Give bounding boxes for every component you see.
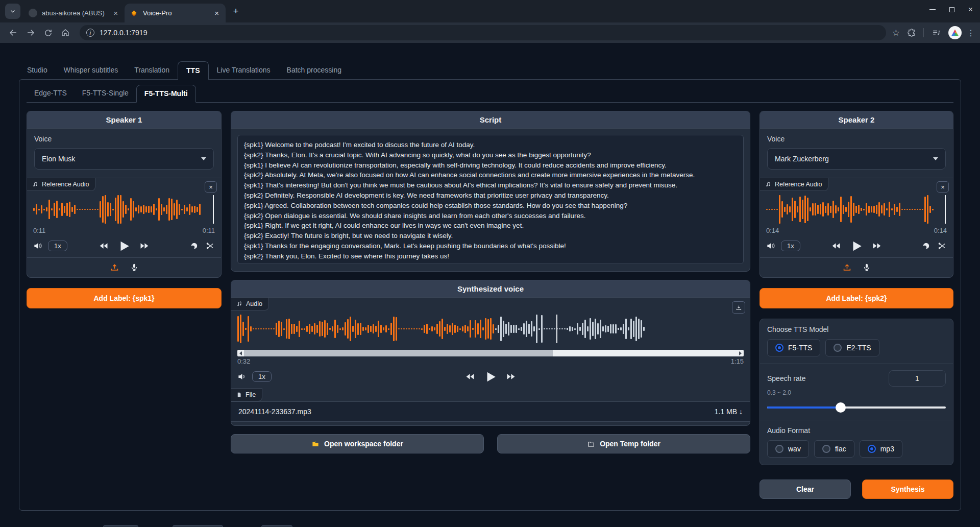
tab-close-icon[interactable]: ×: [213, 9, 220, 17]
tab-title: abus-aikorea (ABUS): [42, 9, 107, 17]
back-button[interactable]: [5, 25, 21, 41]
url-bar[interactable]: i 127.0.0.1:7919: [80, 25, 886, 40]
open-workspace-folder-button[interactable]: Open workspace folder: [231, 434, 484, 453]
add-label-spk1-button[interactable]: Add Label: {spk1}: [27, 288, 222, 308]
radio-e2-tts[interactable]: E2-TTS: [825, 339, 879, 356]
upload-icon[interactable]: [110, 262, 119, 272]
synthesized-voice-title: Synthesized voice: [231, 280, 750, 298]
site-info-icon[interactable]: i: [86, 29, 94, 37]
browser-tab-abus[interactable]: abus-aikorea (ABUS) ×: [23, 4, 125, 22]
waveform[interactable]: [766, 193, 947, 226]
microphone-icon[interactable]: [130, 262, 139, 272]
speaker1-voice-dropdown[interactable]: Elon Musk: [34, 148, 214, 170]
browser-tab-voice-pro[interactable]: Voice-Pro ×: [125, 4, 226, 22]
synthesized-voice-panel: Synthesized voice Audio: [231, 280, 750, 426]
waveform[interactable]: [33, 193, 215, 226]
tab-whisper-subtitles[interactable]: Whisper subtitles: [56, 61, 127, 79]
play-icon[interactable]: [850, 239, 863, 253]
speech-rate-input[interactable]: 1: [889, 370, 946, 387]
browser-menu-icon[interactable]: ⋮: [967, 28, 975, 38]
scroll-left-arrow[interactable]: [237, 350, 244, 356]
scrollbar-thumb[interactable]: [244, 350, 553, 356]
synthesized-waveform[interactable]: [237, 313, 744, 345]
rewind-icon[interactable]: [99, 241, 109, 251]
file-icon: [236, 392, 242, 398]
home-button[interactable]: [57, 25, 74, 41]
record-icon[interactable]: [189, 241, 199, 251]
clear-button[interactable]: Clear: [760, 480, 851, 499]
record-icon[interactable]: [921, 241, 931, 251]
playhead-cursor: [945, 195, 946, 224]
fast-forward-icon[interactable]: [871, 241, 882, 251]
add-label-spk2-button[interactable]: Add Label: {spk2}: [760, 288, 953, 308]
reference-audio-pill: Reference Audio: [27, 178, 95, 191]
main-tabs: Studio Whisper subtitles Translation TTS…: [19, 61, 961, 79]
speech-rate-slider[interactable]: [767, 402, 946, 413]
tab-f5-tts-multi[interactable]: F5-TTS-Multi: [136, 85, 196, 103]
volume-icon[interactable]: [33, 241, 43, 251]
download-icon: [736, 304, 742, 311]
media-controls-button[interactable]: [929, 25, 943, 41]
playhead-cursor: [213, 195, 214, 224]
clear-audio-button[interactable]: ×: [937, 181, 949, 193]
volume-icon[interactable]: [237, 372, 247, 381]
profile-avatar[interactable]: [948, 26, 962, 39]
radio-mp3[interactable]: mp3: [860, 440, 902, 458]
microphone-icon[interactable]: [862, 262, 871, 272]
synthesis-button[interactable]: Synthesis: [862, 480, 953, 499]
extensions-button[interactable]: [905, 25, 918, 41]
radio-unselected-icon: [834, 344, 842, 352]
tab-batch-processing[interactable]: Batch processing: [279, 61, 350, 79]
speaker2-voice-dropdown[interactable]: Mark Zuckerberg: [767, 148, 946, 170]
reference-audio-pill: Reference Audio: [760, 178, 828, 191]
torch-version: 2.5.1+cu121: [173, 525, 223, 527]
radio-flac[interactable]: flac: [814, 440, 854, 458]
volume-icon[interactable]: [766, 241, 776, 251]
file-size-download-link[interactable]: 1.1 MB ↓: [715, 408, 743, 416]
tab-close-icon[interactable]: ×: [112, 9, 119, 17]
tab-studio[interactable]: Studio: [19, 61, 56, 79]
clear-audio-button[interactable]: ×: [205, 181, 217, 193]
window-close-button[interactable]: ×: [968, 7, 973, 12]
trim-scissors-icon[interactable]: [205, 241, 215, 251]
tab-search-button[interactable]: [5, 4, 20, 19]
reload-button[interactable]: [40, 25, 56, 41]
settings-panel: Choose TTS Model F5-TTS E2-TTS: [760, 319, 953, 465]
upload-icon[interactable]: [842, 262, 852, 272]
tab-f5-tts-single[interactable]: F5-TTS-Single: [75, 85, 136, 102]
audio-format-label: Audio Format: [767, 426, 946, 435]
tab-tts[interactable]: TTS: [178, 61, 208, 80]
fast-forward-icon[interactable]: [505, 371, 516, 382]
forward-arrow-icon: [26, 28, 35, 37]
tab-live-translations[interactable]: Live Translations: [209, 61, 279, 79]
rewind-icon[interactable]: [831, 241, 842, 251]
folder-yellow-icon: [311, 440, 320, 448]
fast-forward-icon[interactable]: [139, 241, 150, 251]
script-textarea[interactable]: [237, 135, 744, 264]
download-audio-button[interactable]: [732, 301, 745, 314]
radio-f5-tts[interactable]: F5-TTS: [767, 339, 820, 356]
window-minimize-button[interactable]: [929, 9, 936, 10]
extensions-puzzle-icon: [907, 28, 916, 37]
play-icon[interactable]: [117, 239, 131, 253]
window-maximize-button[interactable]: [949, 7, 954, 12]
trim-scissors-icon[interactable]: [937, 241, 947, 251]
playback-speed-button[interactable]: 1x: [781, 241, 800, 251]
tab-edge-tts[interactable]: Edge-TTS: [27, 85, 75, 102]
waveform-scrollbar[interactable]: [237, 350, 744, 356]
rewind-icon[interactable]: [465, 371, 476, 382]
reload-icon: [44, 29, 53, 37]
radio-wav[interactable]: wav: [767, 440, 809, 458]
status-bar: voice-pro | python: 3.10.15 | torch: 2.5…: [0, 511, 980, 527]
play-icon[interactable]: [484, 370, 497, 384]
new-tab-button[interactable]: +: [229, 4, 243, 18]
open-temp-folder-button[interactable]: Open Temp folder: [497, 434, 750, 453]
tab-translation[interactable]: Translation: [126, 61, 178, 79]
voice-selected: Elon Musk: [42, 155, 75, 163]
playback-speed-button[interactable]: 1x: [48, 241, 67, 251]
scroll-right-arrow[interactable]: [737, 350, 744, 356]
playback-speed-button[interactable]: 1x: [252, 371, 272, 382]
bookmark-star-icon[interactable]: ☆: [892, 28, 900, 38]
forward-button[interactable]: [22, 25, 39, 41]
slider-thumb[interactable]: [836, 402, 846, 413]
